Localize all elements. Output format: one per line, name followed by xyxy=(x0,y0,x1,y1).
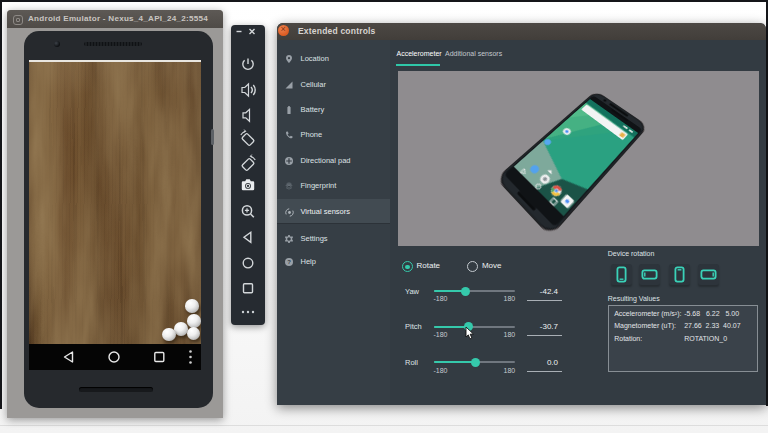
svg-text:?: ? xyxy=(287,259,291,265)
